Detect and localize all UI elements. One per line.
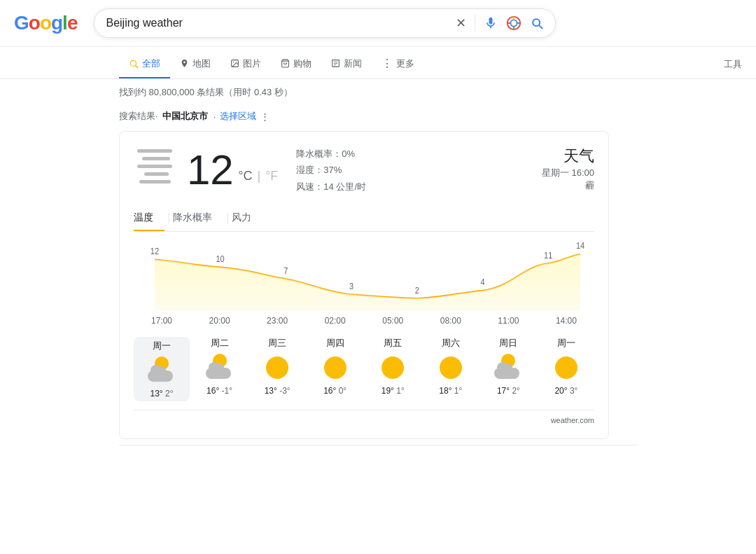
hourly-times: 17:00 20:00 23:00 02:00 05:00 08:00 11:0… xyxy=(134,310,594,328)
day-temps-7: 20° 3° xyxy=(554,386,578,396)
svg-text:2: 2 xyxy=(415,285,419,295)
day-icon-0 xyxy=(148,356,176,385)
weather-title: 天气 xyxy=(542,146,594,167)
source-prefix: 搜索结果· xyxy=(119,110,158,123)
day-temps-5: 18° 1° xyxy=(439,386,462,396)
day-name-2: 周三 xyxy=(268,337,286,349)
time-5: 08:00 xyxy=(423,316,479,326)
time-6: 11:00 xyxy=(480,316,536,326)
day-name-3: 周四 xyxy=(326,337,344,349)
weather-tabs: 温度 | 降水概率 | 风力 xyxy=(134,206,594,232)
day-card-5[interactable]: 周六18° 1° xyxy=(423,337,479,401)
source-region-link[interactable]: 选择区域 xyxy=(220,110,256,123)
temperature-display: 12 °C | °F xyxy=(187,149,278,191)
tab-wind[interactable]: 风力 xyxy=(232,206,262,231)
results-area: 找到约 80,800,000 条结果（用时 0.43 秒） 搜索结果· 中国北京… xyxy=(0,79,756,452)
day-icon-7 xyxy=(552,354,580,382)
result-count: 找到约 80,800,000 条结果（用时 0.43 秒） xyxy=(119,86,637,99)
fog-icon xyxy=(134,149,176,191)
lens-icon[interactable] xyxy=(506,15,522,31)
day-icon-2 xyxy=(263,354,291,382)
nav-tools[interactable]: 工具 xyxy=(724,51,742,78)
time-2: 23:00 xyxy=(249,316,305,326)
weather-left: 12 °C | °F 降水概率：0% 湿度：37% 风速：14 公 xyxy=(134,146,366,195)
day-card-7[interactable]: 周一20° 3° xyxy=(538,337,594,401)
day-name-7: 周一 xyxy=(557,337,575,349)
weather-condition: 霾 xyxy=(542,179,594,192)
svg-text:4: 4 xyxy=(480,277,485,287)
temperature-chart: 12 10 7 3 2 4 11 14 xyxy=(134,240,594,310)
day-icon-4 xyxy=(379,354,407,382)
day-card-6[interactable]: 周日 17° 2° xyxy=(480,337,536,401)
weather-time: 星期一 16:00 xyxy=(542,167,594,179)
weather-details: 降水概率：0% 湿度：37% 风速：14 公里/时 xyxy=(296,146,366,195)
source-link[interactable]: weather.com xyxy=(551,416,594,424)
time-4: 05:00 xyxy=(365,316,421,326)
source-city: 中国北京市 xyxy=(162,110,208,123)
svg-text:12: 12 xyxy=(150,247,159,256)
day-card-3[interactable]: 周四16° 0° xyxy=(307,337,363,401)
divider xyxy=(119,445,637,445)
svg-text:7: 7 xyxy=(284,265,288,275)
svg-text:11: 11 xyxy=(544,250,552,260)
temp-unit: °C | °F xyxy=(238,169,278,183)
day-icon-1 xyxy=(206,354,234,382)
nav-item-maps[interactable]: 地图 xyxy=(170,50,220,78)
precip-row: 降水概率：0% xyxy=(296,146,366,162)
weather-main: 12 °C | °F 降水概率：0% 湿度：37% 风速：14 公 xyxy=(134,146,594,195)
svg-text:3: 3 xyxy=(349,282,354,291)
daily-forecast: 周一 13° 2°周二 16° -1°周三13° -3°周四16° 0°周五19… xyxy=(134,328,594,407)
day-card-2[interactable]: 周三13° -3° xyxy=(249,337,305,401)
day-name-6: 周日 xyxy=(499,337,517,349)
search-input[interactable] xyxy=(106,17,449,29)
search-icons: ✕ xyxy=(456,15,544,32)
svg-text:14: 14 xyxy=(576,241,585,251)
nav-item-images[interactable]: 图片 xyxy=(220,50,271,78)
google-logo: Google xyxy=(14,12,77,34)
tab-precipitation[interactable]: 降水概率 xyxy=(173,206,223,231)
search-submit-icon[interactable] xyxy=(530,16,544,30)
humidity-row: 湿度：37% xyxy=(296,162,366,178)
day-temps-4: 19° 1° xyxy=(382,386,405,396)
day-name-5: 周六 xyxy=(442,337,460,349)
chart-svg: 12 10 7 3 2 4 11 14 xyxy=(134,240,594,310)
day-icon-6 xyxy=(494,354,522,382)
day-card-4[interactable]: 周五19° 1° xyxy=(365,337,421,401)
nav-bar: 全部 地图 图片 购物 新闻 ⋮ 更多 工具 xyxy=(0,47,756,79)
temperature-value: 12 xyxy=(187,146,234,193)
day-name-0: 周一 xyxy=(153,340,171,352)
fahrenheit-btn[interactable]: °F xyxy=(265,169,278,183)
day-name-4: 周五 xyxy=(384,337,402,349)
tab-temperature[interactable]: 温度 xyxy=(134,206,164,231)
day-icon-3 xyxy=(321,354,349,382)
nav-item-shopping[interactable]: 购物 xyxy=(271,50,321,78)
day-temps-6: 17° 2° xyxy=(497,386,520,396)
nav-item-all[interactable]: 全部 xyxy=(119,50,170,78)
day-name-1: 周二 xyxy=(211,337,229,349)
weather-right: 天气 星期一 16:00 霾 xyxy=(542,146,594,192)
day-card-1[interactable]: 周二 16° -1° xyxy=(192,337,248,401)
time-0: 17:00 xyxy=(134,316,190,326)
more-options-icon[interactable]: ⋮ xyxy=(260,111,270,122)
day-card-0[interactable]: 周一 13° 2° xyxy=(134,337,190,401)
time-1: 20:00 xyxy=(192,316,248,326)
weather-source: 搜索结果· 中国北京市 · 选择区域 ⋮ xyxy=(119,110,637,123)
celsius-btn[interactable]: °C xyxy=(238,169,252,183)
nav-item-news[interactable]: 新闻 xyxy=(321,50,372,78)
day-icon-5 xyxy=(437,354,465,382)
svg-line-7 xyxy=(136,65,138,67)
svg-point-9 xyxy=(233,62,234,63)
time-7: 14:00 xyxy=(538,316,594,326)
svg-text:10: 10 xyxy=(216,254,225,264)
clear-icon[interactable]: ✕ xyxy=(456,15,466,31)
day-temps-3: 16° 0° xyxy=(323,386,346,396)
day-temps-0: 13° 2° xyxy=(150,389,174,399)
search-bar: ✕ xyxy=(94,8,556,38)
header: Google ✕ xyxy=(0,0,756,47)
voice-icon[interactable] xyxy=(484,16,498,30)
card-footer: weather.com xyxy=(134,410,594,424)
wind-row: 风速：14 公里/时 xyxy=(296,179,366,195)
day-temps-1: 16° -1° xyxy=(206,386,232,396)
nav-item-more[interactable]: ⋮ 更多 xyxy=(372,50,424,78)
day-temps-2: 13° -3° xyxy=(265,386,290,396)
